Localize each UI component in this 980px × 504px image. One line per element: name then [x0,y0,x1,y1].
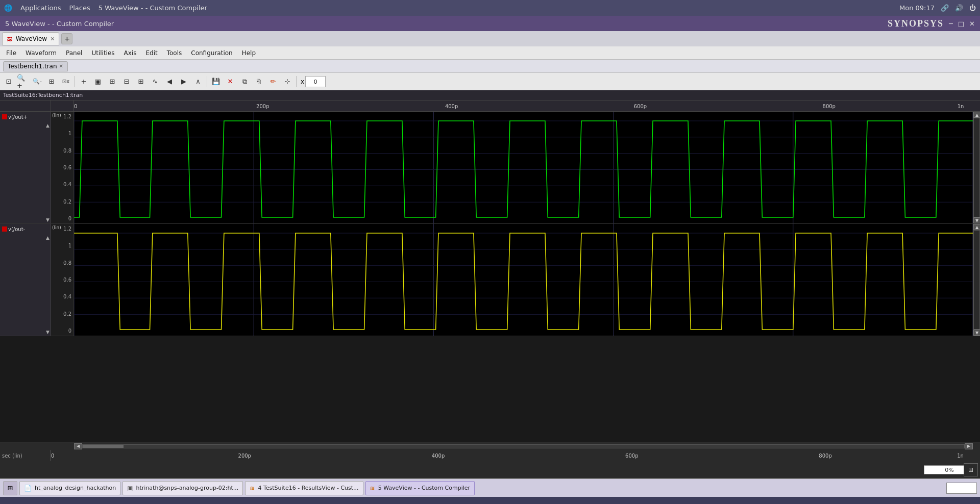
menu-edit[interactable]: Edit [141,48,161,58]
system-bar: 🌐 Applications Places 5 WaveView - - Cus… [0,0,980,16]
places-menu[interactable]: Places [69,4,90,12]
wave-row-out-plus: v(/out+ ▲ ▼ (lin) 1.2 1 0.8 0.6 0.4 0.2 … [0,112,980,224]
power-icon: ⏻ [969,4,976,12]
select-button[interactable]: ⊹ [281,75,294,88]
tab-label: WaveView [16,35,47,42]
zoom-in-button[interactable]: 🔍+ [16,75,30,88]
svg-text:200p: 200p [256,104,269,109]
add-marker-button[interactable]: + [77,75,90,88]
erase-button[interactable]: ✏ [266,75,280,88]
bottom-time-label: sec (lin) [0,450,51,461]
svg-text:800p: 800p [823,104,836,109]
align-button[interactable]: ⊞ [106,75,119,88]
zoom-x-button[interactable]: ⊡x [59,75,72,88]
scrollbar-header-spacer [973,100,980,111]
bottom-time-scale: 0 200p 400p 600p 800p 1n [51,450,973,461]
next-button[interactable]: ▶ [177,75,190,88]
wave-canvas-out-minus[interactable] [74,224,973,336]
svg-text:400p: 400p [445,104,458,109]
h-scroll-track-inner[interactable] [82,444,965,448]
svg-text:600p: 600p [634,104,647,109]
horizontal-scrollbar[interactable]: ◀ ▶ [0,442,980,450]
suite-title: TestSuite16:Testbench1:tran [0,90,980,100]
scroll-left-arrow[interactable]: ◀ [74,443,82,449]
svg-text:1n: 1n [958,104,964,109]
scroll-down-icon-minus[interactable]: ▼ [46,330,50,335]
taskbar-item-hackathon[interactable]: 📄 ht_analog_design_hackathon [19,481,120,495]
terminal-button[interactable]: ⊞ [964,463,978,476]
curve-button[interactable]: ∧ [191,75,205,88]
cross-button[interactable]: ✕ [224,75,237,88]
scroll-track-plus[interactable] [973,118,980,217]
wave-scrollbar-plus[interactable]: ▲ ▼ [973,112,980,223]
scroll-track-minus[interactable] [973,230,980,330]
applications-menu[interactable]: Applications [20,4,61,12]
mirror-button[interactable]: ⊟ [120,75,133,88]
copy-button[interactable]: ⧉ [238,75,251,88]
save-button[interactable]: 💾 [209,75,223,88]
signal-label-out-minus: v(/out- ▲ ▼ [0,224,51,336]
bottom-bar: 0% ⊞ [0,461,980,478]
scroll-up-arrow[interactable]: ▲ [973,112,980,118]
menu-utilities[interactable]: Utilities [87,48,118,58]
signal-name-minus: v(/out- [8,226,25,232]
minimize-button[interactable]: ─ [949,20,953,28]
wave-row-out-minus: v(/out- ▲ ▼ (lin) 1.2 1 0.8 0.6 0.4 0.2 … [0,224,980,336]
menu-axis[interactable]: Axis [120,48,141,58]
window-title-system: 5 WaveView - - Custom Compiler [99,4,207,12]
zoom-fit-button[interactable]: ⊡ [2,75,15,88]
app-title-bar: 5 WaveView - - Custom Compiler SYNOPSYS … [0,16,980,31]
h-scroll-thumb[interactable] [83,445,124,448]
scroll-up-arrow-minus[interactable]: ▲ [973,224,980,230]
menu-configuration[interactable]: Configuration [187,48,236,58]
taskbar-item-waveview[interactable]: ≋ 5 WaveView - - Custom Compiler [365,481,475,495]
svg-text:600p: 600p [625,453,638,459]
tab-icon: ≋ [7,35,13,43]
taskbar-wave-icon-1: ≋ [250,485,255,492]
grid-button[interactable]: ⊞ [134,75,148,88]
scroll-down-arrow[interactable]: ▼ [973,217,980,223]
waveview-tab[interactable]: ≋ WaveView ✕ [2,32,59,45]
prev-button[interactable]: ◀ [163,75,176,88]
scroll-right-arrow[interactable]: ▶ [965,443,973,449]
zoom-area-button[interactable]: ⊞ [45,75,58,88]
step-button[interactable]: ∿ [149,75,162,88]
svg-text:0: 0 [51,453,54,459]
svg-text:1n: 1n [957,453,964,459]
subtab-close-icon[interactable]: ✕ [59,63,63,69]
zoom-out-button[interactable]: 🔍- [31,75,44,88]
menu-help[interactable]: Help [238,48,260,58]
close-button[interactable]: ✕ [969,20,975,28]
show-desktop-button[interactable]: ⊞ [3,481,17,495]
scroll-down-icon[interactable]: ▼ [46,217,50,222]
signal-header-col [0,100,51,111]
h-scrollbar-track[interactable]: ◀ ▶ [74,443,973,449]
y-lin-label-plus: (lin) [52,113,61,118]
wave-scrollbar-minus[interactable]: ▲ ▼ [973,224,980,336]
taskbar: ⊞ 📄 ht_analog_design_hackathon ▣ htrinat… [0,478,980,497]
x-input[interactable] [305,76,326,87]
scroll-up-icon[interactable]: ▲ [46,123,50,128]
signal-name-plus: v(/out+ [8,114,28,120]
tab-close-icon[interactable]: ✕ [50,36,55,42]
main-waveform-area: 0 200p 400p 600p 800p 1n v(/out+ ▲ ▼ (li… [0,100,980,442]
maximize-button[interactable]: □ [958,20,964,28]
subtab-testbench[interactable]: Testbench1.tran ✕ [3,61,68,71]
taskbar-item-terminal[interactable]: ▣ htrinath@snps-analog-group-02:ht... [122,481,243,495]
scroll-down-arrow-minus[interactable]: ▼ [973,330,980,336]
menu-panel[interactable]: Panel [62,48,86,58]
toolbar-sep-3 [296,76,297,87]
menu-tools[interactable]: Tools [163,48,186,58]
scroll-up-icon-minus[interactable]: ▲ [46,235,50,240]
subtab-bar: Testbench1.tran ✕ [0,60,980,73]
add-tab-button[interactable]: + [61,33,72,44]
taskbar-item-resultsview[interactable]: ≋ 4 TestSuite16 - ResultsView - Cust... [245,481,363,495]
signal-color-marker-plus [2,114,7,119]
menu-waveform[interactable]: Waveform [21,48,61,58]
taskbar-file-icon: 📄 [24,485,32,492]
panel-button[interactable]: ▣ [91,75,105,88]
paste-button[interactable]: ⎗ [252,75,265,88]
wave-canvas-out-plus[interactable] [74,112,973,223]
menu-file[interactable]: File [2,48,20,58]
taskbar-search-input[interactable] [946,483,977,494]
